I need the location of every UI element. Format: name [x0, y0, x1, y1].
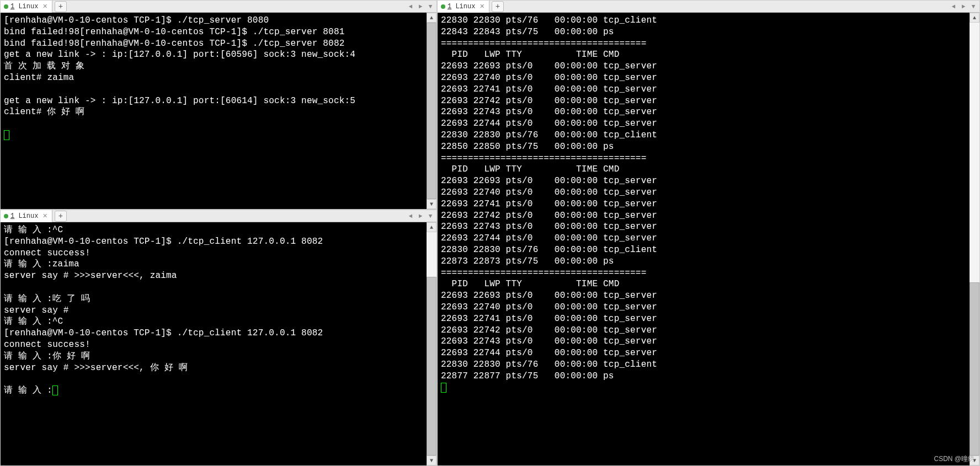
tab-nav-right-icon[interactable]: ►	[417, 213, 424, 219]
scroll-down-icon[interactable]: ▼	[427, 199, 436, 209]
tab-label: 1 Linux	[10, 3, 38, 10]
tab-bar: 1 Linux × + ◄ ► ▼	[1, 1, 436, 13]
add-tab-button[interactable]: +	[492, 1, 504, 12]
tab-menu-icon[interactable]: ▼	[970, 3, 977, 10]
terminal-output[interactable]: [renhaha@VM-0-10-centos TCP-1]$ ./tcp_se…	[1, 13, 427, 209]
tab-bar: 1 Linux × + ◄ ► ▼	[438, 1, 979, 13]
terminal-pane-2: 1 Linux × + ◄ ► ▼ 请 输 入 :^C [renhaha@VM-…	[0, 210, 437, 466]
scroll-down-icon[interactable]: ▼	[427, 456, 436, 465]
scroll-track[interactable]	[970, 23, 979, 456]
add-tab-button[interactable]: +	[55, 211, 67, 222]
status-dot-icon	[4, 214, 8, 218]
terminal-pane-1: 1 Linux × + ◄ ► ▼ [renhaha@VM-0-10-cento…	[0, 0, 437, 210]
tab-nav-left-icon[interactable]: ◄	[950, 3, 957, 10]
tab-nav-right-icon[interactable]: ►	[960, 3, 967, 10]
scrollbar[interactable]: ▲ ▼	[970, 13, 979, 465]
tab-menu-icon[interactable]: ▼	[427, 3, 434, 10]
terminal-output[interactable]: 请 输 入 :^C [renhaha@VM-0-10-centos TCP-1]…	[1, 222, 427, 465]
tab-menu-icon[interactable]: ▼	[427, 213, 434, 219]
scroll-up-icon[interactable]: ▲	[970, 13, 979, 23]
scroll-up-icon[interactable]: ▲	[427, 13, 436, 23]
tab-bar: 1 Linux × + ◄ ► ▼	[1, 210, 436, 222]
terminal-pane-3: 1 Linux × + ◄ ► ▼ 22830 22830 pts/76 00:…	[437, 0, 980, 466]
tab-nav-left-icon[interactable]: ◄	[407, 3, 414, 10]
tab-linux[interactable]: 1 Linux ×	[438, 1, 489, 13]
scrollbar[interactable]: ▲ ▼	[427, 222, 436, 465]
status-dot-icon	[4, 4, 8, 9]
status-dot-icon	[441, 4, 445, 9]
watermark: CSDN @曈绣	[934, 454, 974, 464]
close-icon[interactable]: ×	[42, 212, 47, 220]
tab-nav-right-icon[interactable]: ►	[417, 3, 424, 10]
scroll-up-icon[interactable]: ▲	[427, 222, 436, 232]
tab-linux[interactable]: 1 Linux ×	[1, 210, 52, 222]
scroll-track[interactable]	[427, 232, 436, 456]
tab-linux[interactable]: 1 Linux ×	[1, 1, 52, 13]
scroll-track[interactable]	[427, 23, 436, 199]
terminal-output[interactable]: 22830 22830 pts/76 00:00:00 tcp_client 2…	[438, 13, 970, 465]
close-icon[interactable]: ×	[42, 3, 47, 10]
tab-nav-left-icon[interactable]: ◄	[407, 213, 414, 219]
scrollbar[interactable]: ▲ ▼	[427, 13, 436, 209]
close-icon[interactable]: ×	[480, 3, 484, 10]
tab-label: 1 Linux	[448, 3, 475, 10]
tab-label: 1 Linux	[10, 212, 38, 220]
add-tab-button[interactable]: +	[55, 1, 67, 12]
